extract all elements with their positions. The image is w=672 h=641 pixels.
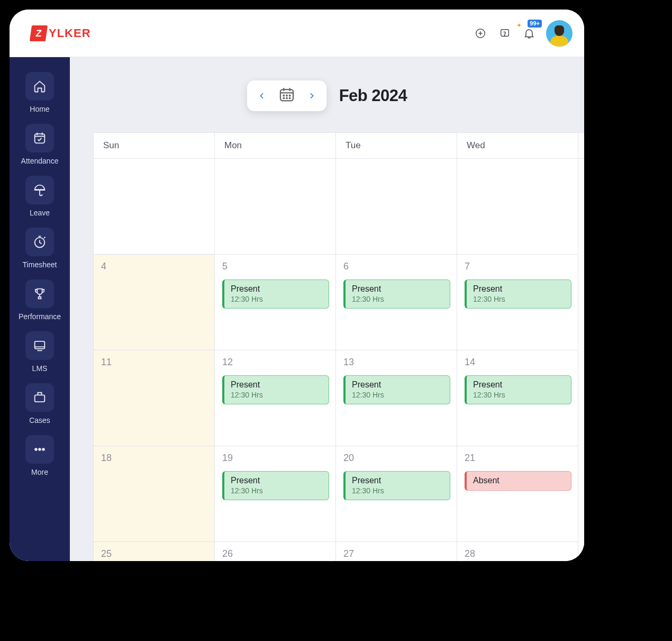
- attendance-event[interactable]: Absent: [465, 471, 571, 491]
- add-button[interactable]: [473, 26, 488, 41]
- help-icon: [499, 28, 511, 39]
- event-title: Present: [231, 380, 322, 390]
- svg-point-9: [42, 448, 44, 450]
- sidebar-item-home[interactable]: Home: [10, 70, 70, 121]
- attendance-event[interactable]: Present12:30 Hrs: [465, 279, 571, 309]
- calendar-cell[interactable]: [336, 159, 457, 255]
- calendar-cell[interactable]: 25: [94, 542, 215, 561]
- day-number: 7: [465, 261, 571, 272]
- calendar-check-icon: [32, 131, 47, 146]
- event-title: Present: [231, 476, 322, 485]
- day-number: 13: [343, 357, 450, 368]
- svg-rect-6: [35, 395, 45, 402]
- sidebar-item-cases[interactable]: Cases: [10, 381, 70, 432]
- calendar-cell[interactable]: 19Present12:30 Hrs: [215, 446, 336, 542]
- event-subtitle: 12:30 Hrs: [352, 486, 443, 495]
- sparkle-icon: ✦: [516, 22, 522, 29]
- svg-point-8: [39, 448, 41, 450]
- home-icon: [32, 79, 47, 94]
- sidebar-item-label: More: [31, 468, 48, 476]
- event-subtitle: 12:30 Hrs: [352, 391, 443, 399]
- calendar-cell[interactable]: 12Present12:30 Hrs: [215, 350, 336, 446]
- main-content: Feb 2024 Sun Mon Tue Wed 45Present12:30 …: [70, 57, 584, 561]
- notifications-button[interactable]: ✦ 99+: [522, 26, 537, 41]
- help-button[interactable]: [497, 26, 512, 41]
- topbar: Z YLKER ✦ 99+: [10, 10, 584, 57]
- calendar-grid: Sun Mon Tue Wed 45Present12:30 Hrs6Prese…: [93, 132, 584, 561]
- prev-month-button[interactable]: [256, 92, 268, 100]
- sidebar-item-timesheet[interactable]: Timesheet: [10, 225, 70, 276]
- dots-icon: [32, 442, 47, 457]
- attendance-event[interactable]: Present12:30 Hrs: [343, 279, 450, 309]
- attendance-event[interactable]: Present12:30 Hrs: [222, 471, 329, 500]
- attendance-event[interactable]: Present12:30 Hrs: [222, 279, 329, 309]
- calendar-cell[interactable]: 4: [94, 255, 215, 350]
- event-title: Present: [352, 380, 443, 390]
- calendar-cell[interactable]: 18: [94, 446, 215, 542]
- attendance-event[interactable]: Present12:30 Hrs: [465, 375, 571, 404]
- day-number: 21: [465, 453, 571, 464]
- day-number: 4: [101, 261, 208, 272]
- calendar-row: 1112Present12:30 Hrs13Present12:30 Hrs14…: [94, 350, 584, 446]
- sidebar-item-label: Attendance: [21, 157, 59, 165]
- briefcase-icon: [32, 390, 47, 405]
- day-header-tue: Tue: [336, 133, 457, 158]
- day-number: 26: [222, 548, 329, 559]
- calendar-cell[interactable]: 5Present12:30 Hrs: [215, 255, 336, 350]
- day-number: 12: [222, 357, 329, 368]
- calendar-cell[interactable]: 20Present12:30 Hrs: [336, 446, 457, 542]
- sidebar-item-leave[interactable]: Leave: [10, 174, 70, 224]
- day-number: 6: [343, 261, 450, 272]
- calendar-cell[interactable]: 13Present12:30 Hrs: [336, 350, 457, 446]
- chevron-left-icon: [258, 92, 266, 100]
- calendar-cell[interactable]: 28: [457, 542, 578, 561]
- event-subtitle: 12:30 Hrs: [352, 295, 443, 303]
- calendar-cell[interactable]: [94, 159, 215, 255]
- calendar-row: [94, 159, 584, 255]
- calendar-cell[interactable]: 21Absent: [457, 446, 578, 542]
- day-number: 27: [343, 548, 450, 559]
- event-title: Present: [352, 284, 443, 294]
- attendance-event[interactable]: Present12:30 Hrs: [222, 375, 329, 404]
- clock-icon: [32, 234, 47, 249]
- svg-point-13: [289, 95, 290, 96]
- day-header-mon: Mon: [215, 133, 336, 158]
- event-subtitle: 12:30 Hrs: [231, 486, 322, 495]
- sidebar-item-label: Timesheet: [23, 260, 57, 269]
- sidebar-item-label: Leave: [30, 209, 50, 217]
- attendance-event[interactable]: Present12:30 Hrs: [343, 471, 450, 500]
- calendar-row: 25262728: [94, 542, 584, 561]
- sidebar-item-lms[interactable]: LMS: [10, 329, 70, 380]
- calendar-picker-button[interactable]: [278, 86, 296, 106]
- next-month-button[interactable]: [305, 92, 318, 100]
- calendar-cell[interactable]: 11: [94, 350, 215, 446]
- umbrella-icon: [32, 183, 47, 197]
- calendar-cell[interactable]: 7Present12:30 Hrs: [457, 255, 578, 350]
- event-title: Present: [473, 284, 565, 294]
- calendar-cell[interactable]: 14Present12:30 Hrs: [457, 350, 578, 446]
- sidebar-item-label: Home: [30, 105, 49, 113]
- event-subtitle: 12:30 Hrs: [231, 391, 322, 399]
- sidebar-item-attendance[interactable]: Attendance: [10, 122, 70, 173]
- svg-point-14: [283, 98, 284, 99]
- svg-point-7: [35, 448, 37, 450]
- calendar-cell[interactable]: 26: [215, 542, 336, 561]
- day-number: 5: [222, 261, 329, 272]
- calendar-icon: [278, 86, 296, 104]
- calendar-cell[interactable]: [457, 159, 578, 255]
- brand-logo[interactable]: Z YLKER: [31, 25, 91, 41]
- calendar-cell[interactable]: [215, 159, 336, 255]
- calendar-cell[interactable]: 27: [336, 542, 457, 561]
- svg-point-2: [504, 35, 505, 35]
- trophy-icon: [32, 286, 47, 301]
- calendar-cell[interactable]: 6Present12:30 Hrs: [336, 255, 457, 350]
- day-number: 20: [343, 453, 450, 464]
- month-label: Feb 2024: [339, 86, 407, 105]
- app-window: Z YLKER ✦ 99+ Home A: [10, 10, 584, 561]
- sidebar-item-more[interactable]: More: [10, 433, 70, 484]
- avatar[interactable]: [546, 20, 573, 47]
- svg-point-11: [283, 95, 284, 96]
- sidebar-item-performance[interactable]: Performance: [10, 277, 70, 328]
- attendance-event[interactable]: Present12:30 Hrs: [343, 375, 450, 404]
- calendar-row: 45Present12:30 Hrs6Present12:30 Hrs7Pres…: [94, 255, 584, 350]
